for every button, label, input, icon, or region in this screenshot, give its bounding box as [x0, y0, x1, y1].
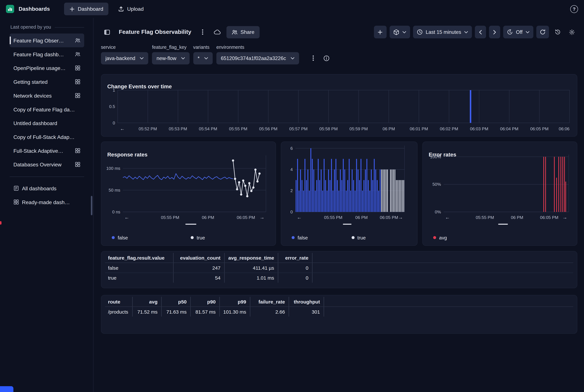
help-icon[interactable]: ? — [570, 5, 578, 13]
column-header[interactable]: failure_rate — [250, 297, 289, 306]
add-tile-button[interactable] — [374, 26, 387, 38]
service-dropdown[interactable]: java-backend — [101, 52, 148, 64]
legend-label: false — [118, 235, 128, 240]
table-header-row: routeavgp50p90p99failure_ratethroughput — [105, 297, 573, 307]
svg-text:05:54 PM: 05:54 PM — [199, 126, 217, 131]
feature-flag-table: feature_flag.result.valueevaluation_coun… — [101, 251, 577, 288]
upload-button[interactable]: Upload — [113, 2, 149, 15]
collapse-sidebar-button[interactable] — [101, 26, 113, 38]
time-range-dropdown[interactable]: Last 15 minutes — [413, 26, 472, 38]
sidebar-item[interactable]: OpenPipeline usage… — [10, 61, 84, 75]
dashboard-menu-button[interactable] — [196, 26, 208, 38]
variables-dropdown[interactable] — [390, 26, 410, 38]
sidebar-item[interactable]: Ready-made dash… — [10, 195, 84, 209]
svg-text:0%: 0% — [435, 210, 441, 214]
time-forward-button[interactable] — [489, 26, 500, 38]
legend-item[interactable]: false — [292, 235, 352, 240]
dashboard-header: Feature Flag Observability Share — [101, 25, 577, 39]
table-row[interactable]: true541.01 ms0 — [105, 272, 573, 283]
sidebar-item[interactable]: Feature Flag dashb… — [10, 47, 84, 61]
legend-label: avg — [439, 235, 447, 240]
sidebar-item[interactable]: Feature Flag Obser… — [10, 34, 84, 47]
svg-text:05:52 PM: 05:52 PM — [138, 126, 157, 131]
sidebar-item[interactable]: All dashboards — [10, 181, 84, 195]
sidebar-section-header: Last opened by you — [0, 24, 93, 30]
svg-text:06:06: 06:06 — [559, 126, 570, 131]
sidebar-item[interactable]: Copy of Feature Flag da… — [10, 102, 84, 116]
sidebar-item[interactable]: Copy of Full-Stack Adap… — [10, 130, 84, 144]
bottom-left-button[interactable] — [0, 386, 13, 392]
column-header[interactable]: p90 — [191, 297, 220, 306]
legend-dot — [352, 236, 354, 239]
svg-text:0.5: 0.5 — [109, 104, 115, 109]
sidebar-item-label: Copy of Feature Flag da… — [13, 106, 80, 112]
svg-text:06:02 PM: 06:02 PM — [440, 126, 458, 131]
feature-flag-key-dropdown[interactable]: new-flow — [152, 52, 190, 64]
refresh-button[interactable] — [536, 26, 549, 38]
table-cell: 0 — [278, 263, 312, 272]
legend-item[interactable]: false — [112, 235, 191, 240]
filter-menu-button[interactable] — [308, 54, 318, 62]
new-dashboard-label: Dashboard — [78, 6, 103, 12]
sidebar-item[interactable]: Databases Overview — [10, 158, 84, 171]
sidebar-scrollbar[interactable] — [91, 196, 92, 215]
history-button[interactable] — [552, 26, 563, 38]
sidebar-item[interactable]: Untitled dashboard — [10, 116, 84, 130]
column-header[interactable]: route — [105, 297, 132, 306]
column-header[interactable]: throughput — [289, 297, 324, 306]
table-row[interactable]: /products71.52 ms71.63 ms81.57 ms101.30 … — [105, 307, 573, 317]
share-label: Share — [240, 29, 254, 35]
column-header[interactable]: p50 — [162, 297, 191, 306]
filter-service: service java-backend — [101, 45, 148, 64]
change-events-panel: Change Events over time 05:52 PM05:53 PM… — [101, 74, 577, 137]
sidebar-item[interactable]: Getting started — [10, 75, 84, 89]
time-back-button[interactable] — [475, 26, 486, 38]
chevron-down-icon — [204, 57, 208, 60]
evaluations-chart[interactable]: 642005:55 PM06 PM06:05 PM←→ — [286, 145, 413, 226]
sidebar-alert-marker — [0, 221, 2, 225]
table-row[interactable]: false247411.41 µs0 — [105, 263, 573, 272]
filter-label: variants — [193, 45, 212, 50]
svg-text:05:58 PM: 05:58 PM — [319, 126, 338, 131]
svg-text:0 ns: 0 ns — [112, 210, 120, 214]
column-header[interactable]: feature_flag.result.value — [105, 253, 174, 263]
sidebar-item[interactable]: Full-Stack Adaptive… — [10, 144, 84, 158]
time-range-label: Last 15 minutes — [426, 29, 461, 35]
sidebar-item[interactable]: Network devices — [10, 89, 84, 102]
sidebar-item-label: Ready-made dash… — [22, 199, 80, 205]
legend-item[interactable]: avg — [433, 235, 502, 240]
table-cell: 101.30 ms — [220, 307, 250, 317]
sidebar-item-label: Databases Overview — [13, 162, 72, 168]
new-dashboard-button[interactable]: Dashboard — [64, 2, 108, 15]
settings-button[interactable] — [566, 26, 577, 38]
environments-dropdown[interactable]: 651209c374a1f02aa2a3226c — [216, 52, 299, 64]
legend-item[interactable]: true — [352, 235, 411, 240]
charts-row: Response rates 100 ms50 ms0 ns05:55 PM06… — [101, 142, 577, 246]
column-header[interactable]: avg — [132, 297, 162, 306]
sync-status-button[interactable] — [212, 26, 223, 38]
column-header[interactable]: evaluation_count — [174, 253, 225, 263]
page-title: Feature Flag Observability — [119, 29, 191, 35]
sidebar-item-label: Full-Stack Adaptive… — [13, 148, 72, 154]
app-logo-icon[interactable] — [6, 5, 14, 13]
column-header[interactable]: p99 — [220, 297, 250, 306]
cloud-icon — [214, 29, 221, 35]
legend-label: false — [298, 235, 308, 240]
grid-icon — [75, 162, 80, 167]
share-button[interactable]: Share — [226, 26, 260, 38]
svg-text:06:01 PM: 06:01 PM — [410, 126, 428, 131]
variants-dropdown[interactable]: * — [193, 52, 212, 64]
svg-text:05:55 PM: 05:55 PM — [476, 215, 494, 220]
sidebar-section-label: Last opened by you — [10, 24, 51, 30]
legend-item[interactable]: true — [191, 235, 270, 240]
column-header[interactable]: avg_response_time — [225, 253, 278, 263]
legend-dot — [292, 236, 294, 239]
filter-info-button[interactable] — [321, 54, 332, 62]
column-header[interactable]: error_rate — [278, 253, 312, 263]
sidebar-item-label: OpenPipeline usage… — [13, 65, 72, 71]
error-rates-chart[interactable]: 100%50%0%05:55 PM06 PM06:05 PM←→ — [427, 152, 573, 225]
auto-refresh-dropdown[interactable]: Off — [503, 26, 534, 38]
svg-text:100 ms: 100 ms — [106, 166, 120, 171]
change-events-chart[interactable]: 05:52 PM05:53 PM05:54 PM05:55 PM05:56 PM… — [107, 89, 572, 135]
response-rates-chart[interactable]: 100 ms50 ms0 ns05:55 PM06 PM06:05 PM←→ — [106, 153, 272, 225]
